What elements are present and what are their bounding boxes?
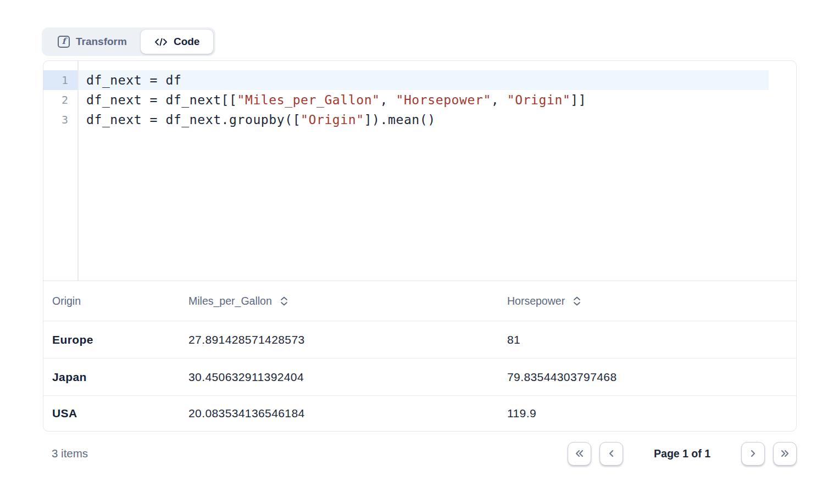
cell-miles-per-gallon: 20.083534136546184 (180, 407, 498, 420)
code-editor[interactable]: 1 df_next = df 2 df_next = df_next[["Mil… (43, 61, 796, 281)
cell-miles-per-gallon: 30.450632911392404 (180, 371, 498, 384)
code-line-text: df_next = df (77, 70, 769, 90)
code-line: 1 df_next = df (43, 70, 796, 90)
chevron-left-icon (605, 447, 618, 460)
table-header-row: Origin Miles_per_Gallon Horsepower (43, 281, 796, 321)
cell-horsepower: 119.9 (498, 407, 796, 420)
table-row: Europe 27.891428571428573 81 (43, 321, 796, 358)
sort-button-miles-per-gallon[interactable] (280, 296, 288, 306)
table-row: Japan 30.450632911392404 79.835443037974… (43, 358, 796, 395)
last-page-button[interactable] (773, 442, 797, 466)
sort-button-horsepower[interactable] (573, 296, 581, 306)
column-header-miles-per-gallon: Miles_per_Gallon (180, 295, 498, 307)
cell-origin: Japan (43, 371, 180, 384)
code-line: 2 df_next = df_next[["Miles_per_Gallon",… (43, 90, 796, 110)
tab-code[interactable]: Code (141, 30, 214, 54)
tab-transform[interactable]: f Transform (44, 30, 141, 54)
first-page-button[interactable] (568, 442, 591, 466)
code-line-text: df_next = df_next[["Miles_per_Gallon", "… (77, 90, 769, 110)
view-mode-tabbar: f Transform Code (42, 27, 215, 56)
line-number: 1 (43, 70, 77, 90)
cell-origin: Europe (43, 333, 180, 346)
double-chevron-right-icon (779, 447, 791, 460)
next-page-button[interactable] (741, 442, 765, 466)
cell-horsepower: 81 (498, 333, 796, 346)
page-indicator: Page 1 of 1 (654, 447, 710, 460)
table-footer: 3 items Page 1 of 1 (43, 439, 797, 468)
line-number: 3 (43, 110, 77, 130)
line-number: 2 (43, 90, 77, 110)
column-header-horsepower: Horsepower (498, 295, 796, 307)
function-icon: f (58, 36, 70, 48)
items-count: 3 items (43, 447, 88, 460)
pagination: Page 1 of 1 (568, 442, 797, 466)
result-table: Origin Miles_per_Gallon Horsepower (43, 281, 796, 431)
cell-origin: USA (43, 407, 180, 420)
code-line-text: df_next = df_next.groupby(["Origin"]).me… (77, 110, 769, 130)
chevron-up-down-icon (280, 296, 288, 306)
tab-code-label: Code (174, 36, 200, 48)
double-chevron-left-icon (573, 447, 586, 460)
tab-transform-label: Transform (76, 36, 127, 48)
transform-panel: 1 df_next = df 2 df_next = df_next[["Mil… (43, 60, 797, 432)
code-brackets-icon (154, 37, 168, 47)
cell-miles-per-gallon: 27.891428571428573 (180, 333, 498, 346)
chevron-right-icon (747, 447, 759, 460)
column-header-origin: Origin (43, 295, 180, 307)
cell-horsepower: 79.83544303797468 (498, 371, 796, 384)
previous-page-button[interactable] (599, 442, 623, 466)
table-row: USA 20.083534136546184 119.9 (43, 395, 796, 431)
chevron-up-down-icon (573, 296, 581, 306)
code-line: 3 df_next = df_next.groupby(["Origin"]).… (43, 110, 796, 130)
